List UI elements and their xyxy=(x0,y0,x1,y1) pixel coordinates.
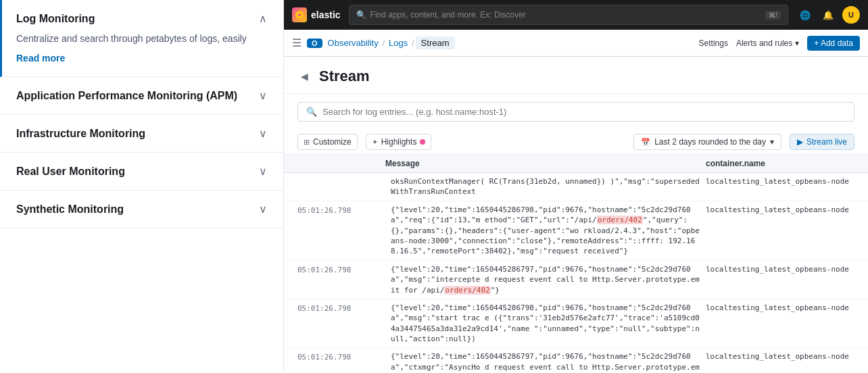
collapse-button[interactable]: ◀ xyxy=(297,70,311,83)
bell-icon[interactable]: 🔔 xyxy=(819,6,837,24)
breadcrumb-separator-2: / xyxy=(412,39,414,48)
nav-item-apm[interactable]: Application Performance Monitoring (APM)… xyxy=(0,77,283,115)
log-search-input[interactable] xyxy=(322,107,846,117)
date-range-chevron-icon: ▾ xyxy=(770,137,774,147)
customize-button[interactable]: ⊞ Customize xyxy=(297,134,358,150)
right-panel: elastic 🔍 Find apps, content, and more. … xyxy=(284,0,868,373)
search-bar-icon: 🔍 xyxy=(356,10,366,20)
log-timestamp: 05:01:26.798 xyxy=(297,351,385,362)
search-bar[interactable]: 🔍 Find apps, content, and more. Ex: Disc… xyxy=(349,5,788,25)
stream-live-label: Stream live xyxy=(806,137,847,147)
breadcrumb-logs[interactable]: Logs xyxy=(389,38,408,48)
stream-toolbar: ⊞ Customize ✦ Highlights 📅 Last 2 days r… xyxy=(284,130,868,155)
date-range-selector[interactable]: 📅 Last 2 days rounded to the day ▾ xyxy=(633,134,781,150)
user-avatar[interactable]: U xyxy=(842,6,860,24)
table-row[interactable]: oksRunContextManager( RC(Trans{31eb2d, u… xyxy=(284,173,868,201)
stream-live-button[interactable]: ▶ Stream live xyxy=(790,134,854,150)
breadcrumb-separator-1: / xyxy=(383,39,385,48)
log-container: localtesting_latest_opbeans-node xyxy=(706,264,854,274)
read-more-link[interactable]: Read more xyxy=(16,53,65,64)
nav-item-log-monitoring[interactable]: Log Monitoring ∧ Centralize and search t… xyxy=(0,0,283,77)
nav-item-synthetic-header[interactable]: Synthetic Monitoring ∨ xyxy=(16,203,267,216)
nav-item-synthetic[interactable]: Synthetic Monitoring ∨ xyxy=(0,191,283,228)
table-row[interactable]: 05:01:26.798 {"level":20,"time":16504452… xyxy=(284,261,868,299)
nav-item-infrastructure[interactable]: Infrastructure Monitoring ∨ xyxy=(0,115,283,153)
log-message: {"level":20,"time":1650445286797,"pid":9… xyxy=(385,264,706,295)
table-row[interactable]: 05:01:26.798 {"level":20,"time":16504452… xyxy=(284,348,868,373)
nav-item-apm-header[interactable]: Application Performance Monitoring (APM)… xyxy=(16,89,267,102)
col-message-header: Message xyxy=(385,159,706,168)
nav-item-rum[interactable]: Real User Monitoring ∨ xyxy=(0,153,283,191)
log-message: {"level":20,"time":1650445286798,"pid":9… xyxy=(385,205,706,257)
stream-title: Stream xyxy=(319,68,370,85)
globe-icon[interactable]: 🌐 xyxy=(796,6,814,24)
stream-live-icon: ▶ xyxy=(797,137,803,147)
log-timestamp: 05:01:26.798 xyxy=(297,264,385,275)
log-container: localtesting_latest_opbeans-node xyxy=(706,205,854,215)
log-timestamp: 05:01:26.798 xyxy=(297,303,385,314)
observability-badge: O xyxy=(307,39,322,48)
nav-item-rum-header[interactable]: Real User Monitoring ∨ xyxy=(16,165,267,178)
chevron-down-infra-icon: ∨ xyxy=(259,127,267,140)
col-date-header xyxy=(297,159,385,168)
elastic-logo-icon xyxy=(292,7,307,22)
customize-label: Customize xyxy=(313,137,352,147)
chevron-down-rum-icon: ∨ xyxy=(259,165,267,178)
log-table: Message container.name oksRunContextMana… xyxy=(284,155,868,373)
log-search-icon: 🔍 xyxy=(306,107,317,117)
add-data-button[interactable]: + Add data xyxy=(807,36,860,51)
customize-icon: ⊞ xyxy=(304,138,310,147)
elastic-logo: elastic xyxy=(292,7,341,22)
log-container: localtesting_latest_opbeans-node xyxy=(706,176,854,186)
log-search-bar[interactable]: 🔍 xyxy=(297,102,854,122)
log-message: {"level":20,"time":1650445286798,"pid":9… xyxy=(385,303,706,345)
table-row[interactable]: 05:01:26.798 {"level":20,"time":16504452… xyxy=(284,299,868,349)
nav-item-rum-title: Real User Monitoring xyxy=(16,166,125,178)
log-message: {"level":20,"time":1650445286797,"pid":9… xyxy=(385,351,706,373)
table-row[interactable]: 05:01:26.798 {"level":20,"time":16504452… xyxy=(284,201,868,261)
search-bar-placeholder: Find apps, content, and more. Ex: Discov… xyxy=(370,10,526,20)
col-container-header: container.name xyxy=(706,159,854,168)
elastic-navbar: ☰ O Observability / Logs / Stream Settin… xyxy=(284,30,868,57)
nav-item-log-monitoring-description: Centralize and search through petabytes … xyxy=(16,32,267,46)
calendar-icon: 📅 xyxy=(641,138,650,147)
navbar-right: Settings Alerts and rules ▾ + Add data xyxy=(699,36,860,51)
nav-item-infrastructure-header[interactable]: Infrastructure Monitoring ∨ xyxy=(16,127,267,140)
breadcrumb-observability[interactable]: Observability xyxy=(328,38,379,48)
nav-item-synthetic-title: Synthetic Monitoring xyxy=(16,203,124,216)
highlights-icon: ✦ xyxy=(372,138,378,147)
elastic-main: ◀ Stream 🔍 ⊞ Customize ✦ Highlights 📅 La… xyxy=(284,57,868,373)
highlights-label: Highlights xyxy=(381,137,417,147)
search-shortcut: ⌘/ xyxy=(765,11,781,20)
hamburger-icon[interactable]: ☰ xyxy=(292,36,302,49)
breadcrumb-current: Stream xyxy=(416,36,455,49)
highlight-active-dot xyxy=(420,139,425,145)
log-timestamp xyxy=(297,176,385,177)
stream-header: ◀ Stream xyxy=(284,57,868,94)
highlights-button[interactable]: ✦ Highlights xyxy=(366,134,432,150)
topbar-icons: 🌐 🔔 U xyxy=(796,6,860,24)
left-panel: Log Monitoring ∧ Centralize and search t… xyxy=(0,0,284,373)
settings-button[interactable]: Settings xyxy=(699,39,728,48)
elastic-topbar: elastic 🔍 Find apps, content, and more. … xyxy=(284,0,868,30)
log-container: localtesting_latest_opbeans-node xyxy=(706,303,854,313)
nav-item-log-monitoring-title: Log Monitoring xyxy=(16,13,95,25)
nav-item-apm-title: Application Performance Monitoring (APM) xyxy=(16,90,237,102)
log-message: oksRunContextManager( RC(Trans{31eb2d, u… xyxy=(385,176,706,197)
elastic-logo-text: elastic xyxy=(311,9,341,20)
chevron-up-icon: ∧ xyxy=(259,12,267,25)
nav-item-log-monitoring-header[interactable]: Log Monitoring ∧ xyxy=(16,12,267,25)
nav-item-infrastructure-title: Infrastructure Monitoring xyxy=(16,128,145,140)
date-range-label: Last 2 days rounded to the day xyxy=(654,137,766,147)
chevron-down-synthetic-icon: ∨ xyxy=(259,203,267,216)
log-table-header: Message container.name xyxy=(284,155,868,173)
log-container: localtesting_latest_opbeans-node xyxy=(706,351,854,362)
chevron-down-apm-icon: ∨ xyxy=(259,89,267,102)
alerts-and-rules-button[interactable]: Alerts and rules ▾ xyxy=(736,39,799,48)
log-timestamp: 05:01:26.798 xyxy=(297,205,385,216)
